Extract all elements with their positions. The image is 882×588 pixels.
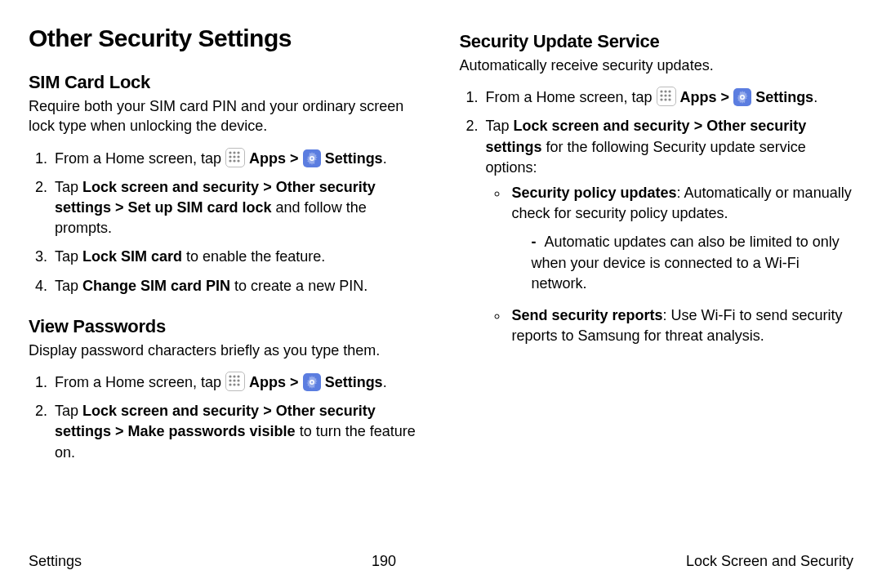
steps-sus: From a Home screen, tap Apps > Settings.… bbox=[460, 87, 854, 346]
apps-icon bbox=[225, 372, 245, 391]
sus-options: Security policy updates: Automatically o… bbox=[486, 183, 854, 346]
svg-point-3 bbox=[229, 155, 231, 158]
svg-point-19 bbox=[664, 91, 666, 93]
sim-step-4: Tap Change SIM card PIN to create a new … bbox=[51, 276, 423, 296]
svg-point-6 bbox=[229, 159, 231, 162]
svg-point-23 bbox=[668, 95, 670, 97]
footer-left: Settings bbox=[29, 553, 82, 570]
heading-sus: Security Update Service bbox=[460, 31, 854, 52]
sim-step-3: Tap Lock SIM card to enable the feature. bbox=[51, 247, 423, 267]
svg-point-21 bbox=[660, 95, 662, 97]
svg-point-7 bbox=[233, 159, 235, 162]
view-step-1: From a Home screen, tap Apps > Settings. bbox=[51, 372, 423, 393]
heading-view-passwords: View Passwords bbox=[29, 316, 423, 337]
svg-point-20 bbox=[668, 91, 670, 93]
svg-point-14 bbox=[237, 379, 239, 381]
svg-point-8 bbox=[237, 159, 239, 162]
apps-icon bbox=[657, 87, 676, 106]
svg-point-11 bbox=[237, 375, 239, 377]
heading-sim-card-lock: SIM Card Lock bbox=[29, 72, 423, 93]
sus-step-2: Tap Lock screen and security > Other sec… bbox=[483, 116, 854, 346]
sus-option-policy-sub: Automatic updates can also be limited to… bbox=[512, 232, 854, 294]
section-view-passwords: View Passwords Display password characte… bbox=[29, 316, 423, 463]
sim-step-2: Tap Lock screen and security > Other sec… bbox=[51, 177, 423, 239]
svg-point-9 bbox=[229, 375, 231, 377]
svg-point-13 bbox=[233, 379, 235, 381]
view-step-2: Tap Lock screen and security > Other sec… bbox=[51, 401, 423, 463]
svg-point-26 bbox=[668, 99, 670, 101]
footer-page-number: 190 bbox=[372, 553, 396, 570]
intro-sim: Require both your SIM card PIN and your … bbox=[29, 96, 423, 136]
svg-point-17 bbox=[237, 383, 239, 385]
settings-icon bbox=[303, 373, 321, 391]
page-body: Other Security Settings SIM Card Lock Re… bbox=[29, 24, 853, 483]
intro-sus: Automatically receive security updates. bbox=[460, 56, 854, 75]
left-column: Other Security Settings SIM Card Lock Re… bbox=[29, 24, 423, 483]
svg-point-16 bbox=[233, 383, 235, 385]
svg-point-22 bbox=[664, 95, 666, 97]
svg-point-2 bbox=[237, 151, 239, 154]
sus-option-policy-subitem: Automatic updates can also be limited to… bbox=[528, 232, 854, 294]
svg-point-24 bbox=[660, 99, 662, 101]
svg-point-18 bbox=[660, 91, 662, 93]
steps-sim: From a Home screen, tap Apps > Settings.… bbox=[29, 148, 423, 296]
steps-view: From a Home screen, tap Apps > Settings.… bbox=[29, 372, 423, 463]
page-footer: Settings 190 Lock Screen and Security bbox=[29, 553, 853, 570]
svg-point-15 bbox=[229, 383, 231, 385]
settings-icon bbox=[733, 88, 751, 106]
svg-point-12 bbox=[229, 379, 231, 381]
settings-icon bbox=[303, 149, 321, 167]
svg-point-0 bbox=[229, 151, 231, 154]
svg-point-5 bbox=[237, 155, 239, 158]
right-column: Security Update Service Automatically re… bbox=[460, 24, 854, 483]
footer-right: Lock Screen and Security bbox=[686, 553, 853, 570]
svg-point-4 bbox=[233, 155, 235, 158]
svg-point-1 bbox=[233, 151, 235, 154]
svg-point-25 bbox=[664, 99, 666, 101]
sus-option-reports: Send security reports: Use Wi‑Fi to send… bbox=[509, 305, 854, 346]
section-security-update-service: Security Update Service Automatically re… bbox=[460, 31, 854, 346]
sim-step-1: From a Home screen, tap Apps > Settings. bbox=[51, 148, 423, 169]
sus-option-policy: Security policy updates: Automatically o… bbox=[509, 183, 854, 294]
sus-step-1: From a Home screen, tap Apps > Settings. bbox=[483, 87, 854, 108]
intro-view: Display password characters briefly as y… bbox=[29, 341, 423, 360]
svg-point-10 bbox=[233, 375, 235, 377]
page-title: Other Security Settings bbox=[29, 24, 423, 52]
section-sim-card-lock: SIM Card Lock Require both your SIM card… bbox=[29, 72, 423, 296]
apps-icon bbox=[225, 148, 245, 167]
